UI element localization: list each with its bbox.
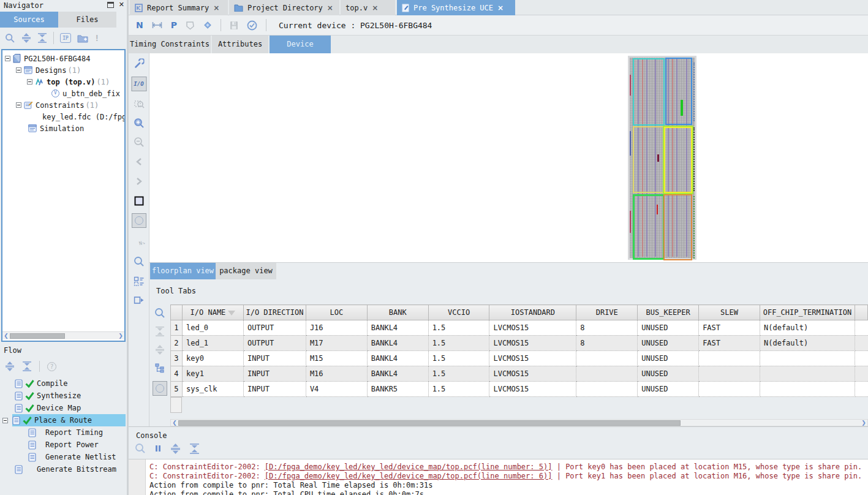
table-cell[interactable] <box>760 351 855 366</box>
table-cell[interactable] <box>699 366 760 382</box>
table-cell[interactable]: V4 <box>306 382 367 397</box>
clock-region-bottomright[interactable] <box>663 194 692 260</box>
tab-device[interactable]: Device <box>270 36 331 53</box>
table-row[interactable]: 3key0INPUTM15BANKL41.5LVCMOS15UNUSED <box>171 351 868 366</box>
expander-icon[interactable] <box>2 418 8 423</box>
back-icon[interactable] <box>135 157 143 166</box>
zoom-out-icon[interactable] <box>134 137 145 148</box>
scroll-left-arrow[interactable]: ❮ <box>2 332 10 340</box>
table-row[interactable]: 5sys_clkINPUTV4BANKR51.5LVCMOS15UNUSED <box>171 382 868 397</box>
clock-region-topright[interactable] <box>665 58 692 125</box>
flow-item-report-timing[interactable]: Report Timing <box>0 426 127 439</box>
tree-item-device[interactable]: PG2L50H-6FBG484 <box>5 53 90 64</box>
table-cell[interactable]: M16 <box>306 366 367 382</box>
table-cell[interactable] <box>699 351 760 366</box>
table-row[interactable]: 1led_0OUTPUTJ16BANKL41.5LVCMOS158UNUSEDF… <box>171 320 868 336</box>
table-cell[interactable]: UNUSED <box>638 366 699 382</box>
flow-item-report-power[interactable]: Report Power <box>0 439 127 451</box>
row-number-cell[interactable]: 3 <box>171 351 183 366</box>
circle-select-icon[interactable] <box>132 213 146 228</box>
horizontal-scrollbar[interactable]: ❮ ❯ <box>2 331 124 339</box>
table-cell[interactable]: OUTPUT <box>243 320 306 336</box>
table-cell[interactable]: UNUSED <box>638 351 699 366</box>
column-header-loc[interactable]: LOC <box>306 305 367 320</box>
table-cell[interactable]: 1.5 <box>428 320 489 336</box>
table-cell[interactable]: BANKL4 <box>367 336 428 351</box>
no-op-cursor-icon[interactable]: N↘ <box>138 240 145 246</box>
row-number-cell[interactable]: 5 <box>171 382 183 397</box>
table-cell[interactable]: INPUT <box>243 382 306 397</box>
table-cell[interactable] <box>576 382 638 397</box>
column-header-bus-keeper[interactable]: BUS_KEEPER <box>638 305 699 320</box>
flow-item-device-map[interactable]: Device Map <box>0 402 127 414</box>
rectangle-select-icon[interactable] <box>134 197 143 206</box>
flow-item-generate-bitstream[interactable]: Generate Bitstream <box>0 463 127 475</box>
io-tool-button[interactable]: I/O <box>131 77 146 91</box>
table-cell[interactable]: OUTPUT <box>243 336 306 351</box>
save-icon[interactable] <box>230 21 238 30</box>
check-circle-icon[interactable] <box>247 20 257 31</box>
collapse-all-icon[interactable] <box>189 444 200 454</box>
zoom-in-icon[interactable] <box>134 118 145 129</box>
tree-item-instance[interactable]: V u_btn_deb_fix <box>51 88 120 99</box>
scroll-left-arrow[interactable]: ❮ <box>171 419 178 427</box>
column-header-slew[interactable]: SLEW <box>699 305 760 320</box>
tree-item-top-module[interactable]: top (top.v) (1) <box>27 76 110 88</box>
flow-item-compile[interactable]: Compile <box>0 377 127 390</box>
table-row[interactable]: 4key1INPUTM16BANKL41.5LVCMOS15UNUSED <box>171 366 868 382</box>
tab-pre-synthesize-uce[interactable]: Pre Synthesize UCE × <box>397 0 515 15</box>
north-icon[interactable]: N <box>136 20 143 30</box>
table-cell[interactable]: INPUT <box>243 351 306 366</box>
table-cell[interactable]: LVCMOS15 <box>489 320 576 336</box>
table-cell[interactable]: LVCMOS15 <box>489 351 576 366</box>
ip-core-icon[interactable]: IP <box>60 33 71 43</box>
row-number-cell[interactable]: 2 <box>171 336 183 351</box>
table-cell[interactable]: led_1 <box>182 336 243 351</box>
table-row[interactable]: 2led_1OUTPUTM17BANKL41.5LVCMOS158UNUSEDF… <box>171 336 868 351</box>
scrollbar-thumb[interactable] <box>178 420 681 426</box>
table-horizontal-scrollbar[interactable]: ❮ ❯ <box>170 419 868 426</box>
table-cell[interactable]: key1 <box>182 366 243 382</box>
table-cell[interactable] <box>576 366 638 382</box>
table-cell[interactable]: UNUSED <box>638 336 699 351</box>
search-icon[interactable] <box>135 443 146 454</box>
row-number-cell[interactable]: 1 <box>171 320 183 336</box>
floorplan-chip[interactable] <box>628 56 696 260</box>
table-cell[interactable]: led_0 <box>182 320 243 336</box>
close-tab-icon[interactable]: × <box>372 4 378 12</box>
search-icon[interactable] <box>154 308 165 319</box>
flow-item-generate-netlist[interactable]: Generate Netlist <box>0 451 127 463</box>
close-panel-icon[interactable]: ✕ <box>119 2 124 8</box>
expander-icon[interactable] <box>16 102 21 108</box>
add-folder-icon[interactable] <box>77 34 88 43</box>
table-cell[interactable]: BANKR5 <box>367 382 428 397</box>
table-cell[interactable] <box>760 382 855 397</box>
tab-floorplan-view[interactable]: floorplan view <box>150 263 216 279</box>
column-header-drive[interactable]: DRIVE <box>576 305 638 320</box>
collapse-all-icon[interactable] <box>22 361 32 371</box>
table-cell[interactable]: 1.5 <box>428 336 489 351</box>
tree-item-fdc-file[interactable]: key_led.fdc (D:/fpga <box>39 111 126 123</box>
clock-region-bottomleft[interactable] <box>633 194 665 260</box>
expand-all-icon[interactable] <box>21 33 31 43</box>
table-cell[interactable]: 1.5 <box>428 366 489 382</box>
table-cell[interactable]: BANKL4 <box>367 351 428 366</box>
polygon-flag-icon[interactable] <box>186 21 195 30</box>
circle-select-icon[interactable] <box>153 381 167 396</box>
column-header-off-chip-termination[interactable]: OFF_CHIP_TERMINATION <box>760 305 855 320</box>
tree-item-constraints[interactable]: Constraints (1) <box>16 99 99 111</box>
table-cell[interactable]: BANKL4 <box>367 366 428 382</box>
find-icon[interactable] <box>134 256 145 267</box>
table-cell[interactable]: FAST <box>699 336 760 351</box>
expander-icon[interactable] <box>5 56 10 61</box>
scroll-right-arrow[interactable]: ❯ <box>860 419 867 427</box>
column-header-vccio[interactable]: VCCIO <box>428 305 489 320</box>
console-log[interactable]: C: ConstraintEditor-2002: [D:/fpga_demo/… <box>129 459 868 495</box>
table-cell[interactable]: LVCMOS15 <box>489 336 576 351</box>
tab-sources[interactable]: Sources <box>0 12 58 28</box>
column-header-io-name[interactable]: I/O NAME <box>182 305 243 320</box>
flow-item-place-route[interactable]: Place & Route <box>0 414 127 426</box>
table-cell[interactable]: M15 <box>306 351 367 366</box>
table-cell[interactable]: UNUSED <box>638 382 699 397</box>
scroll-right-arrow[interactable]: ❯ <box>117 332 124 340</box>
